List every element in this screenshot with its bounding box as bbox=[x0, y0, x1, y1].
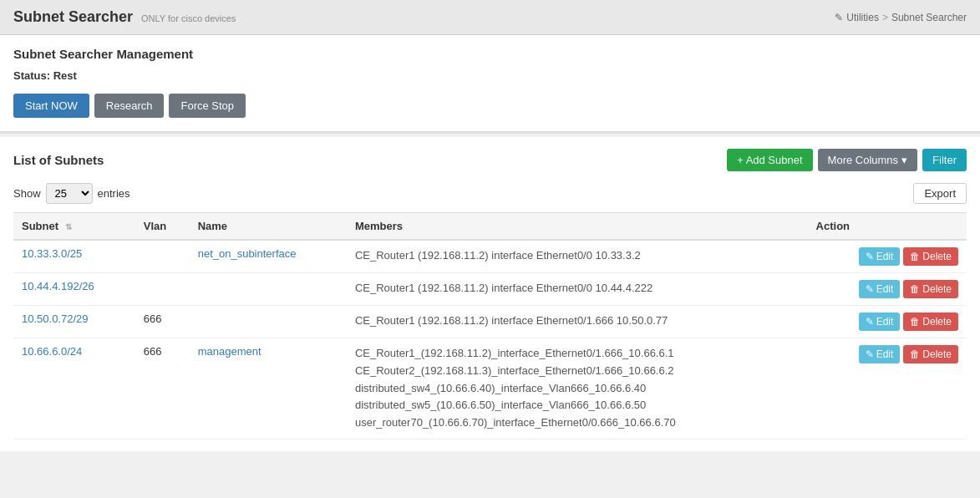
caret-down-icon: ▾ bbox=[901, 154, 907, 166]
delete-button[interactable]: 🗑Delete bbox=[903, 247, 958, 266]
cell-subnet: 10.66.6.0/24 bbox=[13, 338, 135, 440]
list-header: List of Subnets + Add Subnet More Column… bbox=[13, 149, 967, 171]
subnet-link[interactable]: 10.66.6.0/24 bbox=[22, 345, 82, 358]
subnet-link[interactable]: 10.50.0.72/29 bbox=[22, 313, 89, 325]
cell-name bbox=[190, 273, 347, 306]
status-line: Status: Rest bbox=[13, 69, 967, 82]
subnet-link[interactable]: 10.44.4.192/26 bbox=[22, 280, 94, 292]
edit-icon: ✎ bbox=[866, 251, 874, 262]
show-entries-left: Show 10 25 50 100 entries bbox=[13, 183, 130, 204]
list-panel: List of Subnets + Add Subnet More Column… bbox=[0, 137, 980, 451]
member-entry: CE_Router2_(192.168.11.3)_interface_Ethe… bbox=[355, 363, 800, 380]
cell-vlan: 666 bbox=[135, 306, 190, 338]
table-row: 10.50.0.72/29666CE_Router1 (192.168.11.2… bbox=[13, 306, 967, 338]
force-stop-button[interactable]: Force Stop bbox=[169, 94, 246, 118]
edit-button[interactable]: ✎Edit bbox=[859, 345, 901, 363]
col-name: Name bbox=[190, 213, 347, 241]
cell-action: ✎Edit🗑Delete bbox=[808, 273, 967, 306]
cell-subnet: 10.50.0.72/29 bbox=[13, 306, 135, 338]
delete-label: Delete bbox=[922, 316, 952, 328]
cell-action: ✎Edit🗑Delete bbox=[808, 240, 967, 273]
edit-label: Edit bbox=[876, 348, 894, 360]
member-entry: CE_Router1_(192.168.11.2)_interface_Ethe… bbox=[355, 345, 800, 363]
list-title: List of Subnets bbox=[13, 153, 104, 167]
trash-icon: 🗑 bbox=[910, 348, 920, 360]
member-entry: CE_Router1 (192.168.11.2) interface Ethe… bbox=[355, 247, 800, 265]
cell-name: net_on_subinterface bbox=[190, 240, 347, 273]
more-columns-label: More Columns bbox=[828, 154, 899, 166]
management-buttons: Start NOW Research Force Stop bbox=[13, 94, 967, 118]
edit-icon: ✎ bbox=[866, 348, 874, 360]
breadcrumb-separator: > bbox=[882, 12, 888, 23]
cell-name: management bbox=[190, 338, 347, 440]
edit-button[interactable]: ✎Edit bbox=[859, 247, 901, 266]
cell-subnet: 10.33.3.0/25 bbox=[13, 240, 135, 273]
cell-vlan bbox=[135, 240, 190, 273]
status-value: Rest bbox=[53, 69, 77, 82]
cell-members: CE_Router1_(192.168.11.2)_interface_Ethe… bbox=[347, 338, 808, 440]
cell-name bbox=[190, 306, 347, 338]
entries-select[interactable]: 10 25 50 100 bbox=[46, 183, 93, 204]
breadcrumb-current: Subnet Searcher bbox=[891, 12, 967, 23]
delete-button[interactable]: 🗑Delete bbox=[903, 280, 958, 298]
cell-members: CE_Router1 (192.168.11.2) interface Ethe… bbox=[347, 240, 808, 273]
trash-icon: 🗑 bbox=[910, 316, 920, 328]
cell-members: CE_Router1 (192.168.11.2) interface Ethe… bbox=[347, 306, 808, 338]
edit-button[interactable]: ✎Edit bbox=[859, 280, 901, 298]
entries-label: entries bbox=[98, 187, 130, 200]
edit-label: Edit bbox=[876, 251, 894, 262]
trash-icon: 🗑 bbox=[910, 283, 920, 295]
trash-icon: 🗑 bbox=[910, 251, 920, 262]
member-entry: user_router70_(10.66.6.70)_interface_Eth… bbox=[355, 414, 800, 432]
action-buttons: ✎Edit🗑Delete bbox=[816, 345, 958, 363]
start-now-button[interactable]: Start NOW bbox=[13, 94, 89, 118]
delete-label: Delete bbox=[922, 251, 952, 262]
show-label: Show bbox=[13, 187, 41, 200]
subnet-link[interactable]: 10.33.3.0/25 bbox=[22, 247, 82, 260]
edit-label: Edit bbox=[876, 316, 894, 328]
more-columns-button[interactable]: More Columns ▾ bbox=[818, 149, 918, 171]
delete-label: Delete bbox=[922, 348, 952, 360]
member-entry: CE_Router1 (192.168.11.2) interface Ethe… bbox=[355, 313, 800, 330]
page-subtitle: ONLY for cisco devices bbox=[141, 13, 236, 23]
research-button[interactable]: Research bbox=[94, 94, 165, 118]
header-left: Subnet Searcher ONLY for cisco devices bbox=[13, 8, 236, 26]
breadcrumb-parent[interactable]: Utilities bbox=[846, 12, 879, 23]
delete-label: Delete bbox=[922, 283, 952, 295]
edit-icon: ✎ bbox=[866, 316, 874, 328]
table-row: 10.44.4.192/26CE_Router1 (192.168.11.2) … bbox=[13, 273, 967, 306]
col-subnet: Subnet ⇅ bbox=[13, 213, 135, 241]
export-button[interactable]: Export bbox=[913, 183, 967, 204]
member-entry: distributed_sw4_(10.66.6.40)_interface_V… bbox=[355, 380, 800, 398]
table-header: Subnet ⇅ Vlan Name Members Action bbox=[13, 213, 967, 241]
cell-action: ✎Edit🗑Delete bbox=[808, 338, 967, 440]
name-link[interactable]: net_on_subinterface bbox=[198, 247, 297, 260]
filter-button[interactable]: Filter bbox=[922, 149, 967, 171]
show-entries-row: Show 10 25 50 100 entries Export bbox=[13, 183, 967, 204]
member-entry: distributed_sw5_(10.66.6.50)_interface_V… bbox=[355, 397, 800, 414]
edit-label: Edit bbox=[876, 283, 894, 295]
action-buttons: ✎Edit🗑Delete bbox=[816, 280, 958, 298]
sort-icon-subnet[interactable]: ⇅ bbox=[65, 222, 72, 231]
delete-button[interactable]: 🗑Delete bbox=[903, 313, 958, 331]
table-row: 10.66.6.0/24666managementCE_Router1_(192… bbox=[13, 338, 967, 440]
page-header: Subnet Searcher ONLY for cisco devices ✎… bbox=[0, 0, 980, 35]
col-members: Members bbox=[347, 213, 808, 241]
col-vlan: Vlan bbox=[135, 213, 190, 241]
add-subnet-button[interactable]: + Add Subnet bbox=[727, 149, 812, 171]
cell-vlan: 666 bbox=[135, 338, 190, 440]
page-title: Subnet Searcher bbox=[13, 8, 133, 26]
edit-icon: ✎ bbox=[866, 283, 874, 295]
delete-button[interactable]: 🗑Delete bbox=[903, 345, 958, 363]
status-label: Status: bbox=[13, 69, 50, 82]
subnets-table: Subnet ⇅ Vlan Name Members Action 10.33.… bbox=[13, 212, 967, 440]
list-actions: + Add Subnet More Columns ▾ Filter bbox=[727, 149, 967, 171]
name-link[interactable]: management bbox=[198, 345, 262, 358]
table-row: 10.33.3.0/25net_on_subinterfaceCE_Router… bbox=[13, 240, 967, 273]
action-buttons: ✎Edit🗑Delete bbox=[816, 247, 958, 266]
management-panel: Subnet Searcher Management Status: Rest … bbox=[0, 35, 980, 134]
table-body: 10.33.3.0/25net_on_subinterfaceCE_Router… bbox=[13, 240, 967, 439]
cell-subnet: 10.44.4.192/26 bbox=[13, 273, 135, 306]
breadcrumb-icon: ✎ bbox=[835, 12, 843, 23]
edit-button[interactable]: ✎Edit bbox=[859, 313, 901, 331]
